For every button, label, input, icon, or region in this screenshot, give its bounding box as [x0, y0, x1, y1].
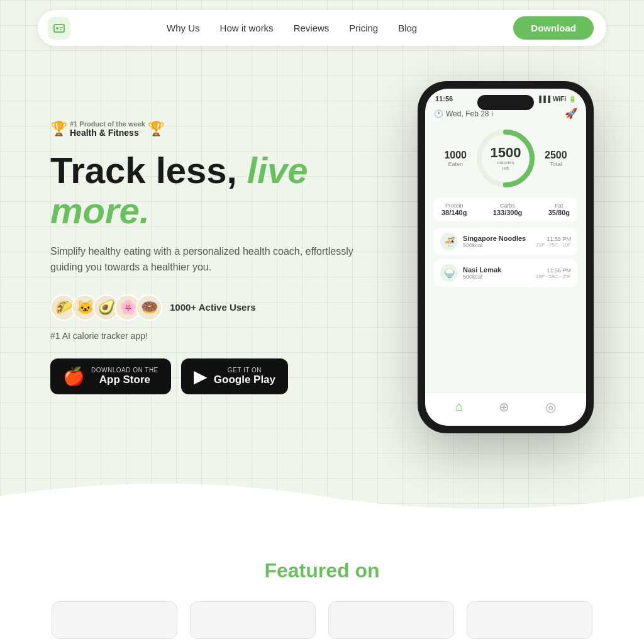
calories-circle: 1500 caloriesleft [474, 127, 537, 190]
food-right-1: 11:55 PM 20P · 75C · 10F [536, 236, 571, 248]
badge-number: #1 Product of the week [70, 120, 145, 128]
calories-left-center: 1500 caloriesleft [491, 146, 521, 171]
user-avatars: 🌮 🐱 🥑 🌸 🍩 [50, 294, 162, 321]
avatar-5: 🍩 [136, 294, 162, 321]
profile-nav-icon: ◎ [545, 399, 556, 414]
add-nav-icon: ⊕ [499, 399, 509, 414]
macro-fat: Fat 35/80g [548, 203, 570, 216]
food-left-1: 🍜 Singapore Noodles 500kcal [440, 233, 526, 250]
hero-section: 🏆 #1 Product of the week Health & Fitnes… [0, 56, 644, 471]
active-users-count: 1000+ Active Users [170, 302, 256, 313]
featured-logos [50, 601, 594, 639]
hero-left: 🏆 #1 Product of the week Health & Fitnes… [50, 120, 365, 394]
logo[interactable] [48, 17, 70, 40]
macro-carbs: Carbs 133/300g [493, 203, 522, 216]
home-nav-icon: ⌂ [455, 399, 463, 414]
badge-category: Health & Fitness [70, 128, 145, 138]
nav-how-it-works[interactable]: How it works [220, 23, 274, 33]
food-info-2: Nasi Lemak 500kcal [463, 266, 501, 280]
laurel-right-icon: 🏆 [148, 121, 165, 137]
featured-title: Featured on [50, 559, 594, 582]
product-badge: 🏆 #1 Product of the week Health & Fitnes… [50, 120, 365, 138]
wifi-icon: WiFi [553, 96, 566, 103]
active-users-row: 🌮 🐱 🥑 🌸 🍩 1000+ Active Users [50, 294, 365, 321]
battery-icon: 🔋 [569, 96, 576, 103]
hero-tagline: #1 AI calorie tracker app! [50, 331, 365, 341]
clock-icon: 🕐 [434, 109, 443, 118]
signal-icon: ▐▐▐ [537, 96, 550, 103]
google-play-text: GET IT ON Google Play [214, 367, 275, 386]
phone-time: 11:56 [435, 95, 453, 103]
food-item-1: 🍜 Singapore Noodles 500kcal 11:55 PM 20P… [434, 228, 577, 255]
navigation: Why Us How it works Reviews Pricing Blog… [38, 10, 606, 46]
app-store-text: Download on the App Store [91, 367, 158, 386]
hero-headline: Track less, live more. [50, 150, 365, 231]
macro-protein: Protein 38/140g [441, 203, 467, 216]
calories-total: 2500 Total [537, 150, 575, 167]
hero-description: Simplify healthy eating with a personali… [50, 243, 365, 275]
food-info-1: Singapore Noodles 500kcal [463, 235, 526, 248]
store-buttons: 🍎 Download on the App Store ▶ GET IT ON … [50, 358, 365, 394]
wave-divider [0, 471, 644, 521]
featured-logo-3 [328, 601, 454, 639]
app-store-button[interactable]: 🍎 Download on the App Store [50, 358, 171, 394]
food-emoji-1: 🍜 [440, 233, 458, 250]
nav-blog[interactable]: Blog [398, 23, 417, 33]
food-emoji-2: 🍚 [440, 264, 458, 282]
phone-frame: 11:56 ▐▐▐ WiFi 🔋 🕐 Wed, Feb 28 ℹ [418, 81, 594, 433]
laurel-left-icon: 🏆 [50, 121, 67, 137]
info-icon: ℹ [491, 110, 494, 117]
featured-section: Featured on [0, 521, 644, 644]
nav-download-button[interactable]: Download [513, 16, 594, 40]
status-icons: ▐▐▐ WiFi 🔋 [537, 96, 576, 103]
food-right-2: 11:56 PM 18P · 58C · 25F [536, 267, 571, 279]
logo-icon [48, 17, 70, 40]
nav-why-us[interactable]: Why Us [167, 23, 200, 33]
food-left-2: 🍚 Nasi Lemak 500kcal [440, 264, 501, 282]
nav-pricing[interactable]: Pricing [349, 23, 378, 33]
food-list: 🍜 Singapore Noodles 500kcal 11:55 PM 20P… [434, 228, 577, 287]
nav-links: Why Us How it works Reviews Pricing Blog [167, 23, 417, 34]
rocket-icon: 🚀 [565, 108, 577, 119]
svg-point-1 [56, 27, 58, 30]
featured-logo-1 [52, 601, 177, 639]
svg-rect-3 [60, 29, 62, 30]
google-play-button[interactable]: ▶ GET IT ON Google Play [181, 358, 288, 394]
phone-content: 🕐 Wed, Feb 28 ℹ 🚀 1000 Eaten [425, 103, 586, 292]
date-label: 🕐 Wed, Feb 28 ℹ [434, 109, 494, 118]
calories-display: 1000 Eaten 1500 caloriesleft [434, 127, 577, 190]
play-icon: ▶ [194, 366, 208, 387]
macros-row: Protein 38/140g Carbs 133/300g Fat 35/80… [434, 197, 577, 221]
nav-reviews[interactable]: Reviews [294, 23, 330, 33]
svg-rect-0 [54, 25, 64, 32]
calories-eaten: 1000 Eaten [436, 150, 474, 167]
phone-bottom-nav: ⌂ ⊕ ◎ [425, 392, 586, 426]
featured-logo-4 [467, 601, 592, 639]
phone-notch [477, 95, 534, 110]
svg-rect-2 [60, 27, 63, 28]
phone-screen: 11:56 ▐▐▐ WiFi 🔋 🕐 Wed, Feb 28 ℹ [425, 89, 586, 426]
phone-mockup: 11:56 ▐▐▐ WiFi 🔋 🕐 Wed, Feb 28 ℹ [418, 81, 594, 433]
featured-logo-2 [190, 601, 316, 639]
laurel-wreath: 🏆 #1 Product of the week Health & Fitnes… [50, 120, 165, 138]
food-item-2: 🍚 Nasi Lemak 500kcal 11:56 PM 18P · 58C … [434, 259, 577, 287]
apple-icon: 🍎 [63, 366, 85, 387]
